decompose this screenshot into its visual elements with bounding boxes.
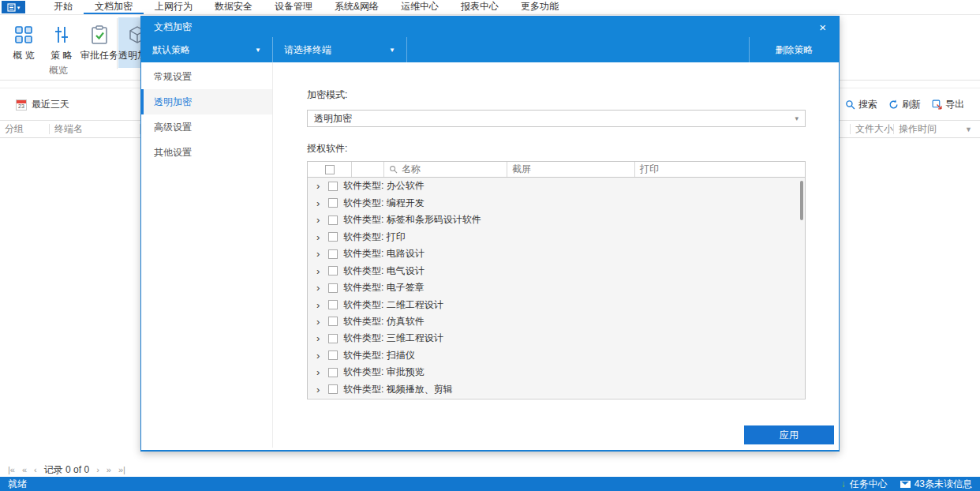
calendar-icon: 23 (16, 99, 27, 111)
select-all-checkbox[interactable] (325, 165, 335, 174)
expand-chevron-icon[interactable]: › (316, 300, 323, 310)
menu-tab-label: 上网行为 (155, 0, 193, 13)
expand-chevron-icon[interactable]: › (316, 367, 323, 377)
software-row[interactable]: › 软件类型: 扫描仪 (308, 347, 805, 364)
pager-first-button[interactable]: |« (8, 465, 15, 474)
task-center-button[interactable]: ↓ 任务中心 (841, 478, 888, 491)
record-count: 记录 0 of 0 (44, 463, 89, 477)
software-row[interactable]: › 软件类型: 仿真软件 (308, 313, 805, 330)
expand-chevron-icon[interactable]: › (316, 384, 323, 395)
column-header-filesize[interactable]: 文件大小 (851, 121, 893, 137)
software-row[interactable]: › 软件类型: 视频播放、剪辑 (308, 381, 805, 398)
export-icon (932, 99, 942, 110)
chevron-down-icon: ▼ (389, 47, 395, 54)
download-arrow-icon: ↓ (841, 478, 846, 489)
menu-tab[interactable]: 更多功能 (510, 0, 570, 14)
menu-tab-label: 更多功能 (521, 0, 559, 13)
pager-fast-prev-button[interactable]: « (22, 465, 27, 474)
mail-icon (900, 481, 911, 488)
menu-tabs: 开始 文档加密 上网行为 数据安全 设备管理 系统&网络 运维中心 报表中心 更… (43, 0, 570, 14)
search-action[interactable]: 搜索 (845, 98, 877, 111)
grid-icon (14, 23, 33, 47)
menu-tab[interactable]: 设备管理 (264, 0, 324, 14)
software-row[interactable]: › 软件类型: 标签和条形码设计软件 (308, 212, 805, 228)
row-checkbox[interactable] (328, 300, 338, 309)
menu-tab[interactable]: 报表中心 (450, 0, 510, 14)
apply-button[interactable]: 应用 (744, 425, 834, 444)
row-checkbox[interactable] (328, 249, 338, 259)
expand-chevron-icon[interactable]: › (316, 266, 323, 276)
software-row[interactable]: › 软件类型: 电气设计 (308, 262, 805, 279)
row-checkbox[interactable] (328, 350, 338, 360)
unread-messages-button[interactable]: 43条未读信息 (900, 478, 972, 491)
delete-policy-button[interactable]: 删除策略 (749, 37, 839, 62)
pager-fast-next-button[interactable]: » (107, 465, 111, 474)
expand-chevron-icon[interactable]: › (316, 232, 323, 242)
terminal-dropdown[interactable]: 请选择终端 ▼ (273, 37, 407, 62)
dialog-nav-item[interactable]: 高级设置 (141, 114, 272, 140)
expand-chevron-icon[interactable]: › (316, 283, 323, 293)
expander-column-header (352, 162, 384, 177)
menu-tab[interactable]: 上网行为 (144, 0, 204, 14)
row-checkbox[interactable] (328, 384, 338, 394)
row-checkbox[interactable] (328, 216, 338, 225)
software-row[interactable]: › 软件类型: 电路设计 (308, 246, 805, 262)
row-checkbox[interactable] (328, 317, 338, 326)
refresh-action[interactable]: 刷新 (888, 98, 921, 111)
expand-chevron-icon[interactable]: › (316, 198, 323, 208)
menu-tab[interactable]: 系统&网络 (324, 0, 390, 14)
column-header-name[interactable]: 名称 (384, 162, 507, 177)
expand-chevron-icon[interactable]: › (316, 350, 323, 361)
expand-chevron-icon[interactable]: › (316, 181, 323, 191)
row-checkbox[interactable] (328, 334, 338, 343)
menu-tab-label: 设备管理 (275, 0, 312, 13)
expand-chevron-icon[interactable]: › (316, 317, 323, 327)
encrypt-mode-select[interactable]: 透明加密 ▾ (307, 110, 806, 127)
expand-chevron-icon[interactable]: › (316, 249, 323, 259)
menu-tab[interactable]: 文档加密 (84, 0, 144, 14)
dialog-nav-item[interactable]: 其他设置 (141, 140, 272, 165)
pager-prev-button[interactable]: ‹ (34, 465, 37, 474)
software-row[interactable]: › 软件类型: 三维工程设计 (308, 330, 805, 347)
ribbon-separator (117, 18, 118, 69)
menu-tab[interactable]: 开始 (43, 0, 84, 14)
row-checkbox[interactable] (328, 266, 338, 275)
scrollbar-thumb[interactable] (800, 181, 803, 220)
ribbon-button-policy[interactable]: 策 略 (43, 17, 80, 68)
authorized-software-label: 授权软件: (307, 142, 806, 156)
row-checkbox[interactable] (328, 283, 338, 293)
date-filter[interactable]: 23 最近三天 (16, 98, 69, 111)
pager-next-button[interactable]: › (96, 465, 99, 474)
expand-chevron-icon[interactable]: › (316, 215, 323, 225)
close-icon[interactable]: × (819, 21, 826, 33)
pager-last-button[interactable]: »| (118, 465, 125, 474)
column-header-optime[interactable]: 操作时间 (894, 121, 957, 137)
expand-chevron-icon[interactable]: › (316, 333, 323, 343)
software-row[interactable]: › 软件类型: 电子签章 (308, 279, 805, 296)
row-checkbox[interactable] (328, 182, 338, 191)
software-row[interactable]: › 软件类型: 二维工程设计 (308, 296, 805, 313)
software-row[interactable]: › 软件类型: 办公软件 (308, 178, 805, 194)
software-row[interactable]: › 软件类型: 编程开发 (308, 194, 805, 211)
software-row[interactable]: › 软件类型: 审批预览 (308, 364, 805, 380)
export-action[interactable]: 导出 (932, 98, 964, 111)
dialog-nav-item[interactable]: 透明加密 (141, 89, 272, 114)
software-row-label: 软件类型: 打印 (343, 231, 406, 244)
row-checkbox[interactable] (328, 368, 338, 377)
row-checkbox[interactable] (328, 198, 338, 208)
dialog-nav-item[interactable]: 常规设置 (141, 64, 272, 89)
app-menu-button[interactable]: ▾ (2, 1, 25, 13)
menu-tab[interactable]: 运维中心 (390, 0, 450, 14)
column-header-screenshot[interactable]: 截屏 (507, 162, 635, 177)
filter-caret-icon[interactable]: ▼ (965, 126, 972, 133)
column-header-group[interactable]: 分组 (0, 121, 49, 137)
column-header-print[interactable]: 打印 (635, 162, 805, 177)
action-label: 刷新 (902, 98, 921, 111)
menu-tab[interactable]: 数据安全 (204, 0, 264, 14)
policy-dropdown[interactable]: 默认策略 ▼ (141, 37, 273, 62)
software-row[interactable]: › 软件类型: 打印 (308, 228, 805, 245)
ribbon-button-overview[interactable]: 概 览 (5, 17, 43, 68)
column-header-terminal[interactable]: 终端名 (50, 121, 140, 137)
ribbon-button-approval[interactable]: 审批任务 (80, 17, 118, 68)
row-checkbox[interactable] (328, 232, 338, 242)
